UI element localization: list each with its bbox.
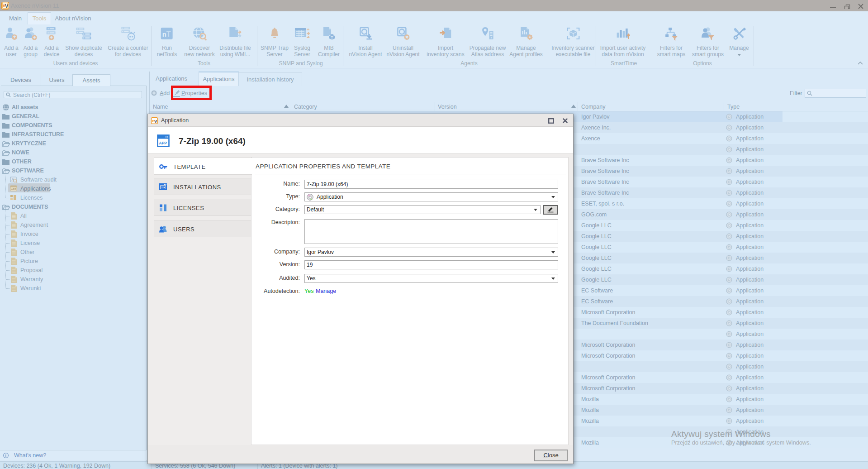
svg-text:APP: APP [11,188,17,191]
svg-text:T: T [166,30,171,38]
svg-text:V: V [5,3,9,9]
svg-text:n: n [162,30,166,38]
svg-text:V: V [154,119,157,124]
svg-text:APP: APP [159,141,167,145]
